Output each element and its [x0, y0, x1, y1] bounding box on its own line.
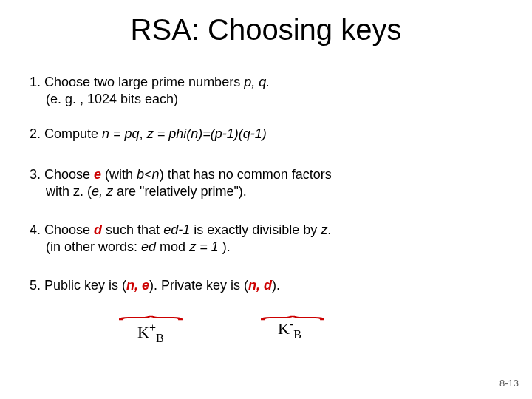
brace-public-icon: {: [122, 315, 190, 320]
step5-ne: n, e: [126, 278, 149, 293]
step-5: 5. Public key is (n, e). Private key is …: [30, 277, 502, 294]
step4-sub-b: ed: [141, 239, 156, 254]
step-4: 4. Choose d such that ed-1 is exactly di…: [30, 222, 502, 255]
step3-mid2: ) that has no common factors: [160, 167, 332, 182]
step4-ed: ed-1: [163, 222, 190, 237]
step5-nd: n, d: [248, 278, 272, 293]
step3-sub2: are "relatively prime").: [113, 184, 247, 199]
step4-lead: 4. Choose: [30, 222, 94, 237]
public-key-label: K+B: [137, 321, 164, 345]
step3-ez: e, z: [92, 184, 113, 199]
step1-sub: (e. g. , 1024 bits each): [30, 91, 502, 108]
step2-npq: n = pq: [102, 126, 140, 141]
step4-z: z: [321, 222, 327, 237]
step4-sub-c: mod: [156, 239, 189, 254]
slide-title: RSA: Choosing keys: [0, 13, 532, 47]
private-B: B: [293, 328, 301, 341]
step2-z: z = phi(n)=(p-1)(q-1): [147, 126, 267, 141]
step2-mid: ,: [140, 126, 147, 141]
step5-tail: ).: [272, 278, 280, 293]
step1-vars: p, q.: [244, 75, 270, 89]
step4-sub-d: z = 1: [189, 239, 219, 254]
step3-mid1: (with: [105, 167, 137, 182]
step5-lead: 5. Public key is (: [30, 278, 126, 293]
public-K: K: [137, 323, 149, 341]
step-3: 3. Choose e (with b<n) that has no commo…: [30, 166, 502, 200]
step3-sub1: with z. (: [46, 184, 92, 199]
step4-d: d: [94, 222, 102, 237]
public-B: B: [156, 332, 164, 344]
public-plus: +: [149, 321, 156, 334]
step3-lead: 3. Choose: [30, 167, 94, 182]
step5-mid: ). Private key is (: [149, 278, 248, 293]
step4-sub-a: (in other words:: [46, 239, 141, 254]
step4-sub-e: ).: [219, 239, 231, 254]
step-1: 1. Choose two large prime numbers p, q. …: [30, 74, 502, 107]
step-2: 2. Compute n = pq, z = phi(n)=(p-1)(q-1): [30, 126, 502, 143]
step3-cond: b<n: [137, 167, 160, 182]
step1-lead: 1. Choose two large prime numbers: [30, 75, 244, 89]
step4-mid2: is exactly divisible by: [190, 222, 321, 237]
step2-lead: 2. Compute: [30, 126, 102, 141]
step3-e: e: [94, 167, 105, 182]
step4-mid1: such that: [102, 222, 163, 237]
slide: RSA: Choosing keys 1. Choose two large p…: [0, 0, 532, 399]
private-K: K: [278, 319, 290, 338]
step4-subline: (in other words: ed mod z = 1 ).: [30, 239, 502, 256]
page-number: 8-13: [499, 378, 519, 389]
private-key-label: K-B: [278, 318, 301, 341]
step4-tail: .: [327, 222, 331, 237]
step3-subline: with z. (e, z are "relatively prime").: [30, 183, 502, 200]
